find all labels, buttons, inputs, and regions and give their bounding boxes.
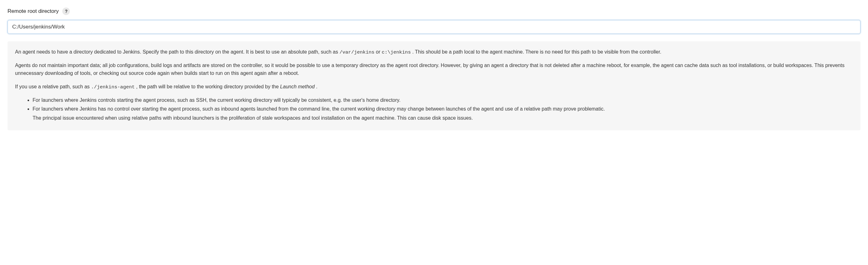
code-path-unix: /var/jenkins (339, 50, 374, 55)
help-paragraph-2: Agents do not maintain important data; a… (15, 62, 853, 77)
help-icon[interactable]: ? (62, 7, 70, 15)
help-panel: An agent needs to have a directory dedic… (7, 41, 861, 130)
code-path-windows: c:\jenkins (382, 50, 411, 55)
list-item: For launchers where Jenkins has no contr… (33, 105, 853, 122)
list-item-extra: The principal issue encountered when usi… (33, 114, 853, 122)
help-list: For launchers where Jenkins controls sta… (15, 96, 853, 122)
list-item: For launchers where Jenkins controls sta… (33, 96, 853, 104)
remote-root-directory-input[interactable] (7, 20, 861, 34)
code-relative-path: ./jenkins-agent (91, 84, 135, 90)
remote-root-directory-label: Remote root directory (7, 8, 59, 14)
help-paragraph-1: An agent needs to have a directory dedic… (15, 48, 853, 56)
help-paragraph-3: If you use a relative path, such as ./je… (15, 83, 853, 91)
launch-method-term: Launch method (280, 84, 315, 89)
field-label-row: Remote root directory ? (7, 7, 861, 15)
